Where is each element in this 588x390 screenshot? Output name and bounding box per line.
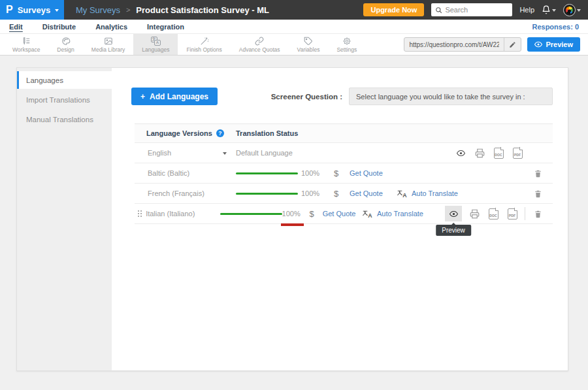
toolbar-label: Settings [336,46,357,53]
chevron-down-icon [223,152,227,157]
questionpro-logo: P [6,5,13,15]
sidebar-item-import-translations[interactable]: Import Translations [17,91,112,108]
screener-question-label: Screener Question : [271,93,342,101]
language-name: English [148,149,171,157]
print-language-button[interactable] [473,145,486,161]
table-header-row: Language Versions ? Translation Status [135,123,553,143]
dollar-icon: $ [334,189,350,199]
delete-language-button[interactable] [531,186,544,201]
trash-icon [534,169,542,178]
breadcrumb: My Surveys > Product Satisfaction Survey… [76,5,269,15]
print-language-button[interactable] [468,206,481,221]
chevron-down-icon [552,9,556,14]
account-menu[interactable] [563,4,581,16]
export-pdf-button[interactable]: PDF [511,145,524,161]
product-menu-label: Surveys [18,5,51,15]
delete-language-button[interactable] [531,165,544,181]
toolbar-item-design[interactable]: Design [48,34,82,55]
translation-progress-bar [220,213,282,215]
row-actions [531,165,544,181]
breadcrumb-survey-title: Product Satisfaction Survey - ML [136,5,269,15]
toolbar-item-advance-quotas[interactable]: Advance Quotas [231,34,289,55]
progress-percent: 100% [282,210,301,218]
export-doc-button[interactable]: DOC [492,145,505,161]
preview-language-button[interactable]: Preview [445,206,462,221]
get-quote-link[interactable]: Get Quote [350,169,383,177]
dollar-icon: $ [334,169,350,178]
edit-url-button[interactable] [504,38,521,51]
drag-handle-icon[interactable] [138,210,142,217]
global-search[interactable] [431,3,512,16]
eye-icon [534,41,542,48]
survey-url-input[interactable] [404,41,504,48]
delete-language-button[interactable] [531,206,544,221]
screener-question-input[interactable]: Select language you would like to take t… [349,88,553,105]
preview-button-label: Preview [546,41,573,48]
toolbar-item-settings[interactable]: Settings [328,34,365,55]
tab-distribute[interactable]: Distribute [42,23,76,31]
table-row-french: French (Français) 100% $ Get Quote A Aut… [135,184,553,204]
wand-icon [200,37,209,46]
toolbar-item-workspace[interactable]: Workspace [4,34,48,55]
eye-icon [455,149,466,157]
avatar [563,4,576,16]
export-doc-button[interactable]: DOC [487,206,500,221]
toolbar-label: Variables [297,46,320,53]
app-window: P Surveys My Surveys > Product Satisfact… [0,0,588,390]
pencil-icon [509,41,516,48]
printer-icon [470,209,480,219]
screener-question: Screener Question : Select language you … [271,88,553,105]
toolbar-label: Languages [142,46,169,53]
toolbar-label: Workspace [12,46,40,53]
tab-edit[interactable]: Edit [9,23,23,31]
toolbar-item-media-library[interactable]: Media Library [83,34,134,55]
search-input[interactable] [445,6,508,14]
table-row-english: English Default Language [135,143,553,163]
search-icon [435,7,442,14]
svg-text:A: A [402,191,407,197]
breadcrumb-my-surveys[interactable]: My Surveys [76,5,120,15]
pdf-file-icon: PDF [513,148,523,159]
tab-analytics[interactable]: Analytics [95,23,127,31]
toolbar-label: Media Library [91,46,125,53]
preview-button[interactable]: Preview [527,37,580,52]
upgrade-now-button[interactable]: Upgrade Now [363,3,424,16]
sidebar-item-manual-translations[interactable]: Manual Translations [17,110,112,128]
export-pdf-button[interactable]: PDF [506,206,519,221]
responses-count-link[interactable]: Responses: 0 [532,23,579,31]
row-actions: DOC PDF [454,145,524,161]
progress-percent: 100% [301,169,334,177]
auto-translate-icon: A [363,210,373,218]
toolbar-item-languages[interactable]: 文A Languages [133,34,178,55]
help-link[interactable]: Help [519,6,534,14]
auto-translate-icon: A [397,189,408,198]
surveys-product-menu[interactable]: P Surveys [0,0,64,20]
toolbar-item-variables[interactable]: Variables [289,34,329,55]
languages-card: Languages Import Translations Manual Tra… [16,67,568,371]
toolbar-label: Advance Quotas [239,46,280,53]
auto-translate-link[interactable]: Auto Translate [412,189,458,197]
breadcrumb-separator: > [126,6,130,14]
get-quote-link[interactable]: Get Quote [350,189,383,197]
help-icon[interactable]: ? [216,129,224,137]
language-dropdown-english[interactable]: English [146,149,236,157]
add-languages-label: Add Languages [150,92,208,101]
chain-icon [255,37,264,46]
add-languages-button[interactable]: + Add Languages [131,88,218,105]
preview-language-button[interactable] [454,145,467,161]
table-row-baltic: Baltic (Baltic) 100% $ Get Quote [135,163,553,184]
get-quote-link[interactable]: Get Quote [323,210,356,218]
toolbar-label: Design [57,46,74,53]
main-area: Languages Import Translations Manual Tra… [0,56,588,371]
chevron-down-icon [577,9,581,14]
toolbar-item-finish-options[interactable]: Finish Options [178,34,230,55]
pdf-file-icon: PDF [508,208,517,219]
tab-integration[interactable]: Integration [147,23,184,31]
col-language-label: Language Versions [146,129,212,137]
sidebar-item-languages[interactable]: Languages [17,71,112,89]
doc-file-icon: DOC [494,148,504,159]
auto-translate-link[interactable]: Auto Translate [377,210,423,218]
preview-tooltip: Preview [436,225,471,236]
language-name: Italian (Italiano) [144,210,220,218]
notifications-menu[interactable] [542,5,556,14]
